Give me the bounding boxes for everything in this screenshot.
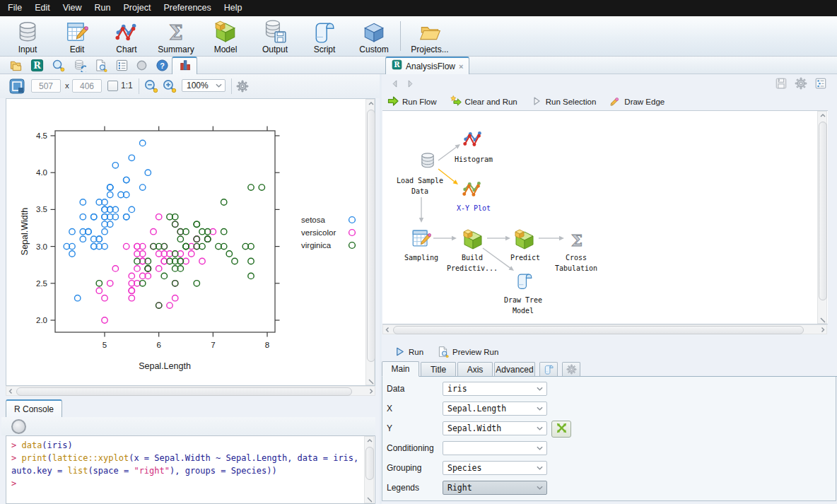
folders-icon[interactable]	[7, 58, 24, 73]
plot-width-input[interactable]	[31, 79, 61, 93]
flow-node-load-sample-data-label: Load Sample	[382, 175, 469, 186]
x-select[interactable]: Sepal.Length	[443, 402, 547, 416]
flow-node-histogram[interactable]	[462, 128, 484, 149]
flow-node-cross-tabulation[interactable]: Σ	[567, 230, 587, 250]
settings-tab-icon[interactable]	[562, 362, 580, 377]
settings-gear-icon[interactable]	[795, 77, 807, 93]
chevron-down-icon	[216, 83, 222, 88]
clear-and-run-icon	[450, 95, 462, 108]
times-label: x	[65, 81, 69, 90]
svg-text:?: ?	[160, 61, 165, 70]
iris-scatter-plot: 56782.02.53.03.54.04.5Sepal.LengthSepal.…	[6, 99, 365, 385]
flow-node-draw-tree-model-label: Draw Tree	[474, 295, 573, 305]
flow-horizontal-scrollbar[interactable]	[382, 324, 827, 334]
flow-vertical-scrollbar[interactable]	[817, 111, 827, 324]
script-tab-icon[interactable]	[539, 362, 558, 377]
flow-node-xy-plot[interactable]	[462, 178, 483, 199]
plot-horizontal-scrollbar[interactable]	[6, 386, 375, 396]
interrupt-button[interactable]	[11, 419, 26, 434]
draw-edge-icon	[609, 95, 621, 108]
database-icon	[3, 18, 52, 45]
tab-main[interactable]: Main	[382, 361, 419, 377]
menu-project[interactable]: Project	[117, 0, 158, 16]
legends-select[interactable]: Right	[443, 481, 547, 495]
tab-r-console[interactable]: R Console	[6, 399, 62, 417]
parameter-tabs: MainTitleAxisAdvanced	[382, 361, 837, 377]
toolbar-chart[interactable]: Chart	[102, 16, 151, 54]
svg-text:versicolor: versicolor	[301, 228, 336, 237]
svg-text:virginica: virginica	[301, 241, 332, 250]
menu-file[interactable]: File	[1, 0, 28, 16]
bar-chart-icon	[178, 58, 192, 74]
conditioning-select[interactable]	[443, 441, 547, 455]
chevron-down-icon	[537, 426, 543, 430]
history-back-icon[interactable]	[391, 78, 399, 91]
run-button[interactable]: Run	[394, 346, 423, 358]
menu-help[interactable]: Help	[218, 0, 249, 16]
toolbar-script[interactable]: Script	[300, 16, 349, 54]
toolbar-summary[interactable]: ΣSummary	[151, 16, 201, 54]
db-refresh-icon[interactable]	[71, 58, 88, 73]
flow-node-cross-tabulation-label: Tabulation	[527, 263, 626, 274]
svg-text:5: 5	[103, 341, 107, 349]
flow-node-sampling[interactable]	[411, 228, 432, 249]
flow-node-build-predictive[interactable]	[462, 228, 484, 251]
tab-advanced[interactable]: Advanced	[494, 362, 535, 377]
console-vertical-scrollbar[interactable]	[364, 436, 374, 503]
page-preview-icon[interactable]	[92, 58, 109, 73]
run-selection-icon	[531, 95, 542, 108]
plot-vertical-scrollbar[interactable]	[365, 99, 375, 385]
tab-axis[interactable]: Axis	[457, 362, 493, 377]
toolbar-projects[interactable]: Projects...	[405, 16, 455, 54]
r-logo-icon[interactable]: R	[28, 58, 45, 73]
grouping-select[interactable]: Species	[443, 461, 547, 475]
magnifier-icon[interactable]	[49, 58, 66, 73]
r-console-output[interactable]: > data(iris)> print(lattice::xyplot(x = …	[6, 435, 375, 504]
close-tab-icon[interactable]: ×	[459, 62, 463, 71]
zoom-level-select[interactable]: 100%	[182, 79, 226, 92]
fit-to-window-icon[interactable]	[8, 78, 25, 98]
outline-view-icon[interactable]	[814, 77, 827, 93]
chart-output-panel: x 1:1 100% 56782.02.53.03.54.04.5Sepal.L…	[0, 74, 380, 504]
menu-edit[interactable]: Edit	[28, 0, 57, 16]
help-icon[interactable]: ?	[153, 58, 170, 73]
ratio-label: 1:1	[121, 81, 133, 90]
field-label-data: Data	[387, 384, 404, 394]
preview-run-button[interactable]: Preview Run	[437, 346, 498, 359]
plot-settings-gear-icon[interactable]	[236, 80, 249, 95]
swap-xy-button[interactable]	[551, 421, 571, 438]
tab-title[interactable]: Title	[421, 362, 456, 377]
draw-edge-button[interactable]: Draw Edge	[609, 95, 665, 108]
toolbar-model[interactable]: Model	[201, 16, 250, 54]
flow-node-draw-tree-model-label: Model	[474, 305, 573, 316]
clear-and-run-button[interactable]: Clear and Run	[450, 95, 517, 108]
plot-canvas: 56782.02.53.03.54.04.5Sepal.LengthSepal.…	[6, 98, 375, 386]
menu-preferences[interactable]: Preferences	[157, 0, 217, 16]
flow-node-draw-tree-model[interactable]	[515, 271, 534, 290]
toolbar-input[interactable]: Input	[3, 16, 52, 54]
toolbar-edit[interactable]: Edit	[52, 16, 102, 54]
y-select[interactable]: Sepal.Width	[443, 421, 547, 435]
tab-analysisflow[interactable]: R AnalysisFlow ×	[385, 57, 469, 74]
menu-run[interactable]: Run	[88, 0, 117, 16]
history-forward-icon[interactable]	[406, 78, 414, 91]
plot-height-input[interactable]	[72, 79, 102, 93]
flow-node-predict[interactable]	[513, 228, 536, 251]
menu-view[interactable]: View	[57, 0, 88, 16]
save-icon[interactable]	[775, 77, 788, 93]
list-icon[interactable]	[113, 58, 130, 73]
svg-text:4.0: 4.0	[36, 168, 47, 177]
data-select[interactable]: iris	[443, 382, 547, 396]
ratio-checkbox[interactable]	[107, 81, 118, 91]
record-dot-icon[interactable]	[133, 58, 150, 73]
scroll-icon	[300, 18, 349, 45]
run-selection-button[interactable]: Run Selection	[531, 95, 597, 108]
toolbar-output[interactable]: Output	[250, 16, 300, 54]
toolbar-custom[interactable]: Custom	[349, 16, 399, 54]
svg-text:Σ: Σ	[571, 231, 583, 250]
run-flow-button[interactable]: Run Flow	[387, 95, 437, 108]
zoom-out-icon[interactable]	[144, 78, 158, 96]
tab-chart-output[interactable]	[172, 57, 197, 74]
zoom-in-icon[interactable]	[162, 78, 177, 96]
workflow-canvas[interactable]: Load SampleDataHistogramX-Y PlotSampling…	[382, 110, 828, 324]
